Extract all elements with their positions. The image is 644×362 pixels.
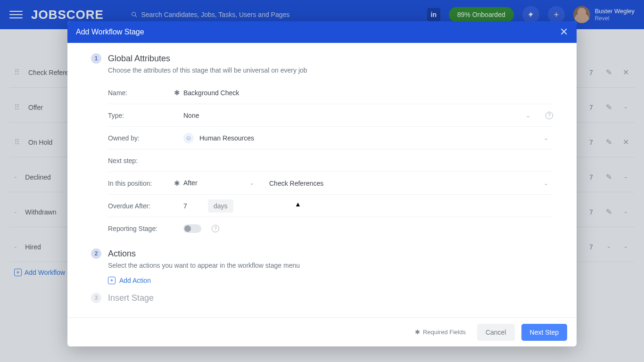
plus-icon: + <box>108 277 116 284</box>
section-actions: 2 Actions <box>91 248 553 259</box>
overdue-unit: days <box>208 199 233 213</box>
label-type: Type: <box>108 112 174 119</box>
label-reporting: Reporting Stage: <box>108 225 174 232</box>
label-name: Name: <box>108 89 174 97</box>
type-select[interactable]: None ⌄ <box>183 112 535 119</box>
help-icon[interactable]: ? <box>545 112 553 119</box>
required-note: ✱Required Fields <box>415 329 466 336</box>
chevron-down-icon: ⌄ <box>249 180 254 186</box>
section-insert-stage: 3 Insert Stage <box>91 293 553 303</box>
team-icon: ☺ <box>183 133 194 143</box>
help-icon[interactable]: ? <box>212 225 219 232</box>
chevron-down-icon: ⌄ <box>544 135 548 141</box>
step-badge-2: 2 <box>91 248 101 259</box>
section1-title: Global Attributes <box>108 54 170 64</box>
step-badge-3: 3 <box>91 293 101 303</box>
label-overdue: Overdue After: <box>108 202 174 210</box>
owned-by-select[interactable]: ☺ Human Resources ⌄ <box>183 133 553 143</box>
reporting-toggle[interactable] <box>183 224 201 233</box>
add-workflow-stage-modal: Add Workflow Stage ✕ 1 Global Attributes… <box>67 21 577 346</box>
name-field[interactable]: Background Check <box>183 89 553 97</box>
close-icon[interactable]: ✕ <box>560 26 568 38</box>
modal-footer: ✱Required Fields Cancel Next Step <box>67 317 577 346</box>
label-position: In this position: <box>108 180 174 187</box>
step-badge-1: 1 <box>91 53 101 64</box>
section3-title: Insert Stage <box>108 293 154 303</box>
required-marker: ✱ <box>174 179 183 188</box>
position-relation-select[interactable]: After ⌄ <box>183 179 254 187</box>
chevron-down-icon: ⌄ <box>526 112 530 119</box>
modal-header: Add Workflow Stage ✕ <box>67 21 577 43</box>
modal-body: 1 Global Attributes Choose the attribute… <box>67 43 577 317</box>
next-step-button[interactable]: Next Step <box>521 324 567 341</box>
chevron-down-icon: ⌄ <box>544 180 548 187</box>
section1-desc: Choose the attributes of this stage that… <box>108 66 553 74</box>
section-global-attributes: 1 Global Attributes <box>91 53 553 64</box>
label-owned-by: Owned by: <box>108 134 174 142</box>
modal-title: Add Workflow Stage <box>76 28 144 36</box>
required-marker: ✱ <box>174 89 183 97</box>
section2-title: Actions <box>108 249 136 259</box>
add-action-button[interactable]: + Add Action <box>108 277 553 284</box>
section2-desc: Select the actions you want to appear in… <box>108 262 553 269</box>
cancel-button[interactable]: Cancel <box>477 324 515 341</box>
label-next-step: Next step: <box>108 157 174 165</box>
overdue-number[interactable]: 7 <box>183 202 202 210</box>
position-reference-select[interactable]: Check References ⌄ <box>269 180 553 187</box>
